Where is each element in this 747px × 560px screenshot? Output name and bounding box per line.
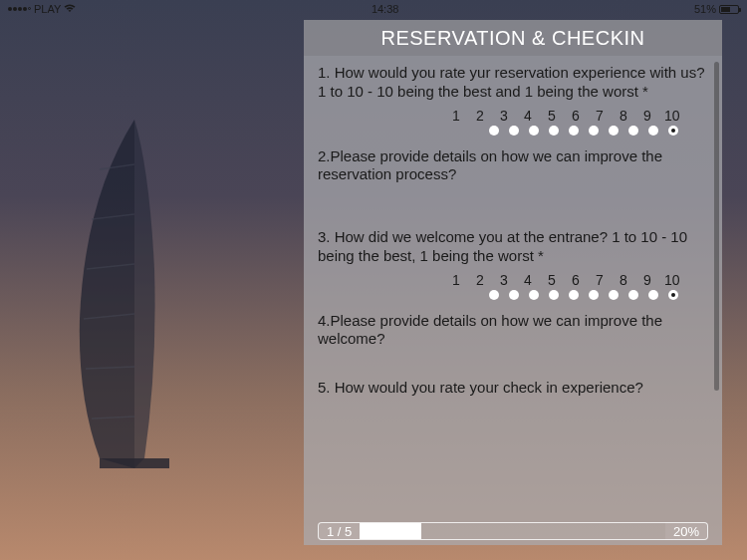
background-tower-image xyxy=(50,120,219,468)
wifi-icon xyxy=(64,4,76,15)
rating-option-1[interactable] xyxy=(489,126,499,136)
rating-num: 10 xyxy=(664,108,678,124)
rating-labels-q1: 1 2 3 4 5 6 7 8 9 10 xyxy=(318,108,708,124)
rating-num: 7 xyxy=(593,108,607,124)
question-5: 5. How would you rate your check in expe… xyxy=(318,379,708,398)
rating-dots-q3 xyxy=(318,290,708,300)
panel-body[interactable]: 1. How would you rate yur reservation ex… xyxy=(304,56,722,521)
question-4: 4.Please provide details on how we can i… xyxy=(318,312,708,350)
rating-num: 4 xyxy=(521,108,535,124)
battery-icon xyxy=(719,5,739,14)
signal-icon xyxy=(8,7,31,11)
question-3: 3. How did we welcome you at the entrane… xyxy=(318,228,708,266)
rating-num: 4 xyxy=(521,272,535,288)
rating-option-6[interactable] xyxy=(589,126,599,136)
rating-num: 9 xyxy=(640,272,654,288)
rating-num: 8 xyxy=(617,108,630,124)
rating-option-3[interactable] xyxy=(529,126,539,136)
carrier-label: PLAY xyxy=(34,3,61,15)
question-1: 1. How would you rate yur reservation ex… xyxy=(318,64,708,102)
rating-option-9[interactable] xyxy=(648,290,658,300)
rating-num: 8 xyxy=(617,272,630,288)
rating-option-5[interactable] xyxy=(569,126,579,136)
rating-num: 6 xyxy=(569,272,583,288)
text-input-q2[interactable] xyxy=(318,190,708,228)
progress-fill xyxy=(360,523,420,539)
rating-option-8[interactable] xyxy=(628,126,638,136)
rating-num: 2 xyxy=(473,108,487,124)
progress-bar: 1 / 5 20% xyxy=(304,521,722,545)
rating-num: 3 xyxy=(497,108,511,124)
rating-option-7[interactable] xyxy=(609,126,619,136)
rating-option-3[interactable] xyxy=(529,290,539,300)
rating-labels-q3: 1 2 3 4 5 6 7 8 9 10 xyxy=(318,272,708,288)
rating-option-2[interactable] xyxy=(509,290,519,300)
rating-num: 1 xyxy=(449,108,463,124)
rating-option-7[interactable] xyxy=(609,290,619,300)
rating-option-1[interactable] xyxy=(489,290,499,300)
rating-num: 10 xyxy=(664,272,678,288)
rating-num: 3 xyxy=(497,272,511,288)
survey-panel: RESERVATION & CHECKIN 1. How would you r… xyxy=(304,20,722,545)
rating-option-4[interactable] xyxy=(549,126,559,136)
rating-num: 9 xyxy=(640,108,654,124)
rating-option-8[interactable] xyxy=(628,290,638,300)
svg-rect-6 xyxy=(100,458,169,468)
rating-num: 5 xyxy=(545,108,559,124)
progress-page-label: 1 / 5 xyxy=(318,522,360,540)
panel-title: RESERVATION & CHECKIN xyxy=(304,20,722,56)
status-bar: PLAY 14:38 51% xyxy=(0,0,747,18)
rating-option-4[interactable] xyxy=(549,290,559,300)
battery-pct: 51% xyxy=(694,3,716,15)
rating-option-9[interactable] xyxy=(648,126,658,136)
rating-option-10[interactable] xyxy=(668,126,678,136)
rating-option-6[interactable] xyxy=(589,290,599,300)
rating-option-2[interactable] xyxy=(509,126,519,136)
rating-num: 7 xyxy=(593,272,607,288)
status-time: 14:38 xyxy=(372,3,399,15)
rating-option-5[interactable] xyxy=(569,290,579,300)
rating-option-10[interactable] xyxy=(668,290,678,300)
rating-num: 6 xyxy=(569,108,583,124)
rating-num: 5 xyxy=(545,272,559,288)
scrollbar[interactable] xyxy=(714,62,719,391)
progress-percent-label: 20% xyxy=(665,522,708,540)
rating-dots-q1 xyxy=(318,126,708,136)
text-input-q4[interactable] xyxy=(318,355,708,379)
question-2: 2.Please provide details on how we can i… xyxy=(318,147,708,185)
rating-num: 1 xyxy=(449,272,463,288)
rating-num: 2 xyxy=(473,272,487,288)
progress-track xyxy=(360,522,665,540)
